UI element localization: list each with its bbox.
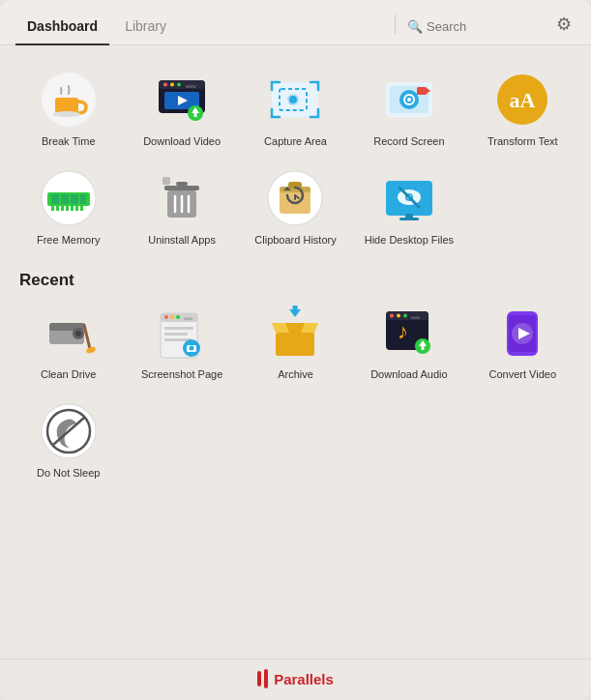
app-capture-area[interactable]: Capture Area	[239, 61, 352, 156]
free-memory-icon	[40, 169, 98, 227]
svg-rect-80	[276, 333, 314, 356]
do-not-sleep-label: Do Not Sleep	[37, 466, 100, 480]
app-record-screen[interactable]: Record Screen	[352, 61, 465, 156]
app-clean-drive[interactable]: Clean Drive	[12, 294, 125, 389]
svg-rect-33	[80, 194, 86, 204]
svg-point-65	[75, 331, 81, 336]
capture-area-label: Capture Area	[264, 134, 327, 148]
app-convert-video[interactable]: Convert Video	[466, 294, 579, 389]
hide-desktop-icon	[380, 169, 438, 227]
app-screenshot-page[interactable]: www Screenshot Page	[125, 294, 238, 389]
clipboard-history-label: Clipboard History	[254, 233, 336, 247]
app-download-video[interactable]: www Download Video	[125, 61, 238, 156]
main-content: Break Time www	[0, 45, 591, 658]
clean-drive-icon	[40, 304, 98, 362]
svg-line-66	[84, 325, 90, 349]
header: Dashboard Library 🔍 ⚙	[0, 0, 591, 45]
record-screen-icon	[380, 71, 438, 129]
app-hide-desktop-files[interactable]: Hide Desktop Files	[352, 160, 465, 254]
svg-point-6	[170, 83, 174, 87]
app-transform-text[interactable]: aA Transform Text	[466, 61, 579, 156]
svg-point-71	[170, 315, 174, 319]
screenshot-page-label: Screenshot Page	[141, 367, 222, 381]
svg-point-85	[390, 313, 394, 317]
download-audio-label: Download Audio	[370, 367, 448, 381]
svg-rect-31	[61, 194, 69, 204]
clipboard-history-icon	[266, 169, 324, 227]
transform-text-icon: aA	[493, 71, 551, 129]
svg-rect-42	[164, 186, 199, 190]
parallels-brand-text: Parallels	[274, 671, 334, 687]
svg-point-70	[164, 315, 168, 319]
svg-rect-37	[66, 206, 69, 211]
svg-rect-40	[80, 206, 83, 211]
search-box: 🔍	[403, 15, 552, 42]
free-memory-label: Free Memory	[37, 233, 100, 247]
svg-text:www: www	[411, 314, 421, 320]
tab-library[interactable]: Library	[113, 13, 178, 45]
app-do-not-sleep[interactable]: Do Not Sleep	[12, 393, 125, 487]
svg-rect-35	[56, 206, 59, 211]
apps-grid: Break Time www	[12, 61, 579, 255]
do-not-sleep-icon	[40, 402, 98, 460]
svg-rect-34	[51, 206, 54, 211]
parallels-logo-icon	[257, 669, 268, 688]
app-free-memory[interactable]: Free Memory	[12, 160, 125, 254]
svg-rect-39	[75, 206, 78, 211]
svg-point-7	[177, 83, 181, 87]
svg-rect-38	[71, 206, 74, 211]
screenshot-page-icon: www	[153, 304, 211, 362]
search-input[interactable]	[427, 19, 543, 34]
svg-text:♪: ♪	[398, 319, 408, 343]
record-screen-label: Record Screen	[373, 134, 444, 148]
svg-point-17	[289, 96, 297, 103]
app-uninstall-apps[interactable]: Uninstall Apps	[125, 160, 238, 254]
download-video-icon: www	[153, 71, 211, 129]
break-time-label: Break Time	[42, 134, 96, 148]
svg-text:aA: aA	[510, 88, 536, 112]
svg-rect-13	[194, 113, 197, 117]
app-download-audio[interactable]: www ♪ Download Audio	[352, 294, 465, 389]
footer: Parallels	[0, 658, 591, 700]
app-break-time[interactable]: Break Time	[12, 61, 125, 156]
svg-rect-30	[51, 194, 59, 204]
svg-point-2	[53, 111, 80, 117]
archive-label: Archive	[278, 367, 313, 381]
convert-video-icon	[493, 304, 551, 362]
recent-section-label: Recent	[12, 271, 579, 290]
convert-video-label: Convert Video	[489, 367, 557, 381]
svg-rect-92	[421, 346, 424, 350]
svg-point-5	[163, 83, 167, 87]
tab-bar: Dashboard Library	[15, 12, 387, 44]
svg-point-79	[190, 345, 194, 350]
clean-drive-label: Clean Drive	[41, 367, 96, 381]
svg-rect-1	[55, 98, 78, 113]
svg-rect-47	[163, 177, 170, 185]
tab-dashboard[interactable]: Dashboard	[15, 13, 109, 45]
uninstall-apps-label: Uninstall Apps	[148, 233, 216, 247]
capture-area-icon	[266, 71, 324, 129]
app-archive[interactable]: Archive	[239, 294, 352, 389]
break-time-icon	[40, 71, 98, 129]
svg-rect-57	[399, 218, 419, 220]
svg-point-72	[176, 315, 180, 319]
uninstall-apps-icon	[153, 169, 211, 227]
search-icon: 🔍	[407, 19, 423, 34]
svg-rect-43	[176, 182, 188, 186]
download-audio-icon: www ♪	[380, 304, 438, 362]
archive-icon	[266, 304, 324, 362]
svg-text:www: www	[186, 82, 196, 89]
parallels-brand: Parallels	[257, 669, 334, 688]
svg-point-87	[403, 313, 407, 317]
hide-desktop-files-label: Hide Desktop Files	[365, 233, 454, 247]
svg-rect-24	[417, 87, 427, 95]
svg-rect-74	[164, 327, 193, 330]
svg-point-23	[407, 98, 411, 102]
app-window: Dashboard Library 🔍 ⚙	[0, 0, 591, 700]
divider	[395, 15, 396, 34]
settings-button[interactable]: ⚙	[552, 14, 576, 43]
transform-text-label: Transform Text	[488, 134, 558, 148]
app-clipboard-history[interactable]: Clipboard History	[239, 160, 352, 254]
svg-rect-82	[293, 306, 298, 311]
recent-apps-grid: Clean Drive www	[12, 294, 579, 488]
